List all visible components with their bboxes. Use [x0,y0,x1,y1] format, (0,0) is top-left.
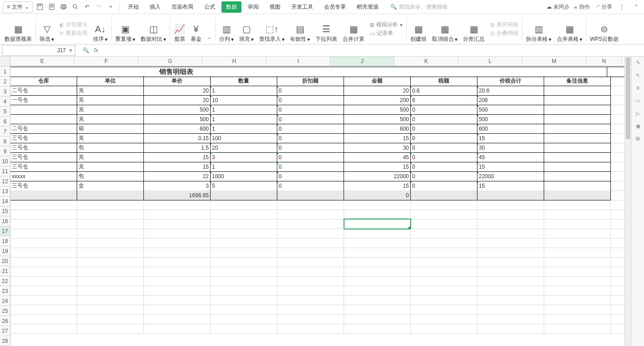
fill-button[interactable]: ▢填充▾ [236,14,256,44]
cell[interactable] [344,248,411,258]
cell-unit[interactable]: 克 [77,114,144,124]
cell-qty[interactable]: 1 [211,124,277,134]
column-header-M[interactable]: M [522,57,586,66]
cell[interactable] [211,219,277,229]
dropdown-list-button[interactable]: ☰下拉列表 [313,14,340,44]
cell[interactable] [77,257,144,267]
wps-cloud-button[interactable]: ⊜WPS云数据 [587,14,621,44]
cell[interactable] [477,200,544,210]
command-search[interactable]: 🔍 查找命令、搜索模板 [390,3,448,11]
cell[interactable] [544,257,611,267]
cell[interactable] [477,286,544,296]
cell-qty[interactable]: 1000 [211,171,277,181]
cell[interactable] [611,305,624,315]
lookup-button[interactable]: ⬚↑查找录入▾ [256,14,287,44]
cell-remark[interactable] [544,143,611,153]
tool-settings-icon[interactable]: ≡ [636,85,639,91]
cell[interactable] [611,267,624,277]
cell[interactable] [544,295,611,305]
cell-discount[interactable]: 0 [277,152,344,162]
cell[interactable] [144,257,211,267]
title-cell[interactable] [209,67,275,77]
cell-tax[interactable]: 0 [411,133,477,143]
cell[interactable] [544,314,611,324]
cell[interactable] [544,276,611,286]
row-header-9[interactable]: 9 [0,146,10,156]
cell-warehouse[interactable]: 二号仓 [10,86,77,96]
cell[interactable] [544,238,611,248]
cell[interactable] [77,210,144,219]
cell-remark[interactable] [544,114,611,124]
cell[interactable] [144,276,211,286]
cell[interactable] [10,295,77,305]
tool-style-icon[interactable]: ✎ [636,59,640,66]
cell[interactable] [411,276,477,286]
cell-warehouse[interactable]: xxxxx [10,171,77,181]
tool-camera-icon[interactable]: ◉ [636,123,640,129]
cell[interactable] [477,210,544,219]
total-sum[interactable] [477,190,544,200]
cell[interactable] [611,286,624,296]
cell[interactable] [611,162,624,172]
expand-icon[interactable]: ⌃ [631,2,641,12]
cell-tax[interactable]: 0 [411,114,477,124]
cell[interactable] [411,238,477,248]
share-button[interactable]: ↗ 分享 [595,3,612,11]
cell-price[interactable]: 22 [144,171,211,181]
column-header-H[interactable]: H [202,57,266,66]
cell-remark[interactable] [544,162,611,172]
coop-button[interactable]: ஃ 协作 [574,3,590,11]
merge-table-button[interactable]: ▦合并表格▾ [554,14,585,44]
cell-price[interactable]: 500 [144,105,211,115]
sync-status[interactable]: ☁ 未同步 [546,3,570,11]
cell-discount[interactable]: 0 [277,86,344,96]
cell-discount[interactable]: 0 [277,143,344,153]
vertical-scrollbar[interactable] [624,57,631,346]
cell-remark[interactable] [544,105,611,115]
cell[interactable] [477,248,544,258]
cell[interactable] [10,248,77,258]
cell-qty[interactable]: 1 [211,105,277,115]
cell-amount[interactable]: 500 [344,114,411,124]
title-cell[interactable] [10,67,77,77]
total-wh[interactable] [10,190,77,200]
row-header-26[interactable]: 26 [0,316,10,326]
preview-alt-icon[interactable] [70,2,80,12]
column-header-I[interactable]: I [266,57,330,66]
cell-price[interactable]: 600 [144,124,211,134]
duplicates-button[interactable]: ▣重复项▾ [113,14,138,44]
cell[interactable] [544,210,611,219]
cell[interactable] [211,324,277,334]
cell-remark[interactable] [544,152,611,162]
cell-qty[interactable]: 100 [211,133,277,143]
cell[interactable] [411,324,477,334]
cell[interactable] [277,219,344,229]
tool-gear-icon[interactable]: ⚙ [635,136,640,142]
cell-qty[interactable]: 5 [211,181,277,191]
cell[interactable] [77,200,144,210]
tab-member[interactable]: 会员专享 [320,1,350,13]
cell[interactable] [611,114,624,124]
sort-button[interactable]: A↓排序▾ [90,14,110,44]
cell[interactable] [144,210,211,219]
table-header[interactable]: 仓库 [10,76,77,86]
tool-play-icon[interactable]: ▷ [636,110,640,117]
total-remark[interactable] [544,190,611,200]
table-header[interactable]: 单价 [144,76,211,86]
tab-start[interactable]: 开始 [123,1,143,13]
cell-total[interactable]: 15 [477,133,544,143]
cell[interactable] [411,219,477,229]
cell-amount[interactable]: 15 [344,162,411,172]
cell[interactable] [77,305,144,315]
column-header-G[interactable]: G [138,57,202,66]
title-cell[interactable] [607,67,624,77]
save-icon[interactable] [35,2,45,12]
cell[interactable] [144,248,211,258]
cell[interactable] [477,295,544,305]
cell[interactable] [211,229,277,239]
cell[interactable] [477,267,544,277]
cell[interactable] [211,286,277,296]
row-header-23[interactable]: 23 [0,286,10,296]
cell[interactable] [277,248,344,258]
cell-discount[interactable]: 0 [277,114,344,124]
